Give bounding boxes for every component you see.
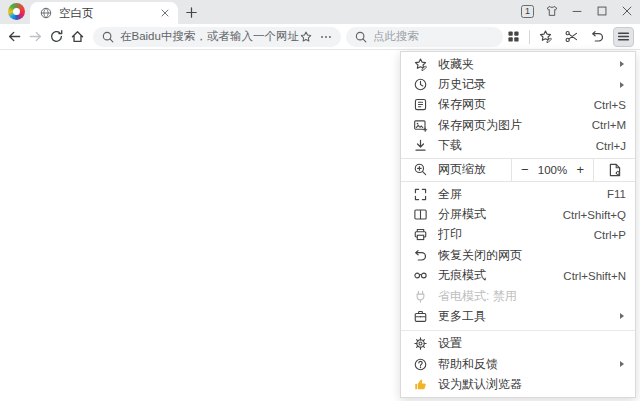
page-zoom-label: 网页缩放	[438, 161, 486, 178]
favorites-star-edit-icon	[413, 57, 428, 72]
theme-shirt-icon[interactable]	[545, 4, 559, 18]
tab-blank-page[interactable]: 空白页	[30, 2, 178, 24]
menu-item-restore-undo[interactable]: 恢复关闭的网页	[401, 245, 635, 265]
menu-item-label: 保存网页	[438, 96, 594, 113]
menu-item-label: 分屏模式	[438, 206, 563, 223]
page-zoom-controls: −100%+	[511, 159, 593, 181]
home-button[interactable]	[67, 26, 88, 47]
restore-undo-icon	[413, 248, 428, 263]
tab-close-icon[interactable]	[158, 6, 172, 20]
address-placeholder: 在Baidu中搜索，或者输入一个网址	[120, 29, 299, 44]
minimize-icon[interactable]	[570, 4, 584, 18]
search-placeholder: 点此搜索	[373, 29, 495, 44]
back-button[interactable]	[4, 26, 25, 47]
menu-item-label: 收藏夹	[438, 56, 620, 73]
power-saving-icon	[413, 289, 428, 304]
submenu-arrow-icon	[620, 61, 624, 67]
menu-separator	[401, 330, 635, 331]
thumb-up-icon	[413, 377, 428, 392]
download-icon	[413, 138, 428, 153]
menu-item-label: 无痕模式	[438, 267, 563, 284]
window-controls: 1	[521, 0, 634, 22]
menu-item-label: 省电模式: 禁用	[438, 288, 626, 305]
restore-undo-icon[interactable]	[587, 27, 608, 47]
favorites-star-edit-icon[interactable]	[535, 27, 556, 47]
browser-main-menu: 收藏夹历史记录保存网页Ctrl+S保存网页为图片Ctrl+M下载Ctrl+J网页…	[400, 51, 636, 398]
menu-item-label: 更多工具	[438, 308, 620, 325]
printer-icon	[413, 227, 428, 242]
search-box[interactable]: 点此搜索	[346, 27, 503, 47]
address-bar[interactable]: 在Baidu中搜索，或者输入一个网址	[93, 27, 341, 47]
zoom-in-icon	[413, 162, 428, 177]
navigation-toolbar: 在Baidu中搜索，或者输入一个网址 点此搜索	[0, 24, 640, 50]
save-image-icon	[413, 118, 428, 133]
zoom-level-value: 100%	[538, 164, 567, 176]
submenu-arrow-icon	[620, 361, 624, 367]
search-icon	[101, 30, 115, 44]
save-page-icon	[413, 97, 428, 112]
globe-icon	[39, 6, 53, 20]
menu-item-shortcut: Ctrl+Shift+N	[563, 270, 626, 282]
browser-logo[interactable]	[8, 3, 25, 20]
menu-item-label: 打印	[438, 226, 594, 243]
tab-strip: 空白页 1	[0, 0, 640, 24]
menu-item-split-screen[interactable]: 分屏模式Ctrl+Shift+Q	[401, 204, 635, 224]
screenshot-scissors-icon[interactable]	[561, 27, 582, 47]
page-gear-icon	[607, 162, 623, 178]
search-icon	[354, 30, 368, 44]
menu-item-save-page[interactable]: 保存网页Ctrl+S	[401, 95, 635, 115]
more-dots-icon[interactable]	[319, 30, 333, 44]
fullscreen-icon	[413, 187, 428, 202]
menu-item-more-tools[interactable]: 更多工具	[401, 306, 635, 326]
menu-item-shortcut: Ctrl+M	[592, 119, 626, 131]
page-action-button[interactable]	[593, 159, 635, 181]
split-screen-icon	[413, 207, 428, 222]
menu-item-history-clock[interactable]: 历史记录	[401, 74, 635, 94]
zoom-out-button[interactable]: −	[521, 163, 529, 176]
tab-title: 空白页	[59, 6, 158, 21]
toolbar-divider	[529, 30, 530, 44]
maximize-icon[interactable]	[595, 4, 609, 18]
menu-item-shortcut: Ctrl+P	[594, 229, 626, 241]
incognito-icon	[413, 268, 428, 283]
menu-item-download[interactable]: 下载Ctrl+J	[401, 136, 635, 156]
reload-button[interactable]	[46, 26, 67, 47]
tab-count-badge[interactable]: 1	[521, 5, 534, 18]
bookmark-star-icon[interactable]	[299, 30, 313, 44]
new-tab-button[interactable]	[184, 5, 199, 20]
submenu-arrow-icon	[620, 313, 624, 319]
menu-item-help[interactable]: 帮助和反馈	[401, 354, 635, 374]
menu-item-incognito[interactable]: 无痕模式Ctrl+Shift+N	[401, 266, 635, 286]
menu-item-save-image[interactable]: 保存网页为图片Ctrl+M	[401, 115, 635, 135]
menu-item-shortcut: F11	[607, 188, 626, 200]
history-clock-icon	[413, 77, 428, 92]
menu-item-label: 全屏	[438, 186, 607, 203]
menu-item-shortcut: Ctrl+Shift+Q	[563, 209, 626, 221]
close-icon[interactable]	[620, 4, 634, 18]
menu-item-label: 设为默认浏览器	[438, 376, 626, 393]
menu-item-label: 保存网页为图片	[438, 117, 592, 134]
menu-item-thumb-up[interactable]: 设为默认浏览器	[401, 374, 635, 394]
menu-item-shortcut: Ctrl+J	[596, 140, 626, 152]
menu-item-label: 历史记录	[438, 76, 620, 93]
menu-item-printer[interactable]: 打印Ctrl+P	[401, 225, 635, 245]
menu-item-fullscreen[interactable]: 全屏F11	[401, 184, 635, 204]
menu-item-label: 恢复关闭的网页	[438, 247, 626, 264]
menu-item-power-saving: 省电模式: 禁用	[401, 286, 635, 306]
submenu-arrow-icon	[620, 82, 624, 88]
forward-button	[25, 26, 46, 47]
settings-gear-icon	[413, 336, 428, 351]
menu-item-shortcut: Ctrl+S	[594, 99, 626, 111]
help-icon	[413, 357, 428, 372]
apps-grid-icon[interactable]	[503, 27, 524, 47]
menu-item-favorites-star-edit[interactable]: 收藏夹	[401, 54, 635, 74]
page-zoom-label-cell: 网页缩放	[401, 159, 511, 181]
more-tools-icon	[413, 309, 428, 324]
zoom-in-button[interactable]: +	[576, 163, 584, 176]
menu-item-label: 帮助和反馈	[438, 356, 620, 373]
menu-item-label: 下载	[438, 137, 596, 154]
menu-item-settings-gear[interactable]: 设置	[401, 334, 635, 354]
toolbar-actions	[503, 27, 634, 47]
page-zoom-row: 网页缩放−100%+	[401, 158, 635, 182]
hamburger-menu-icon[interactable]	[613, 27, 634, 47]
